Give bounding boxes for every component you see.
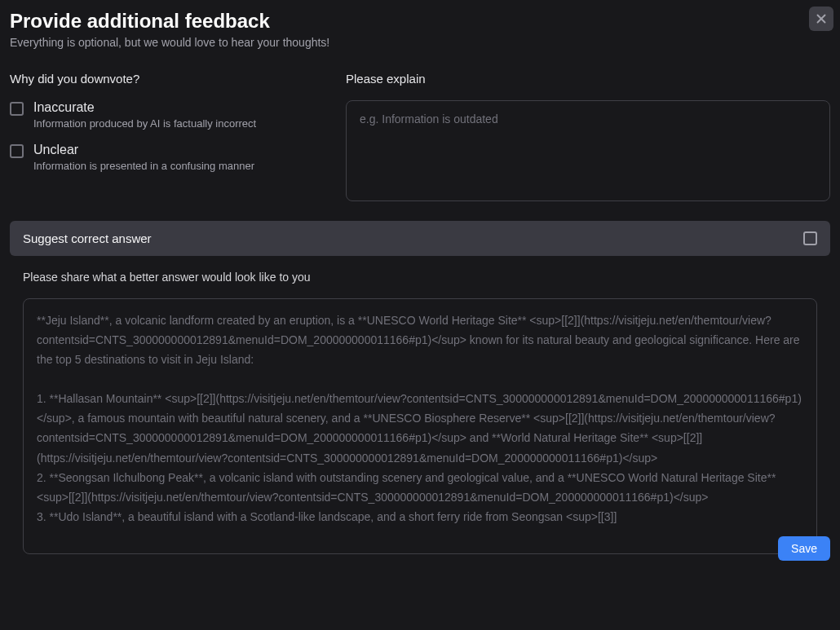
checkbox-content: Unclear Information is presented in a co… — [33, 143, 254, 172]
explain-section: Please explain — [346, 72, 830, 205]
checkbox-unclear[interactable]: Unclear Information is presented in a co… — [10, 143, 320, 172]
checkbox-box-unclear[interactable] — [10, 144, 24, 158]
checkbox-box-inaccurate[interactable] — [10, 102, 24, 116]
close-button[interactable] — [809, 7, 833, 31]
save-button[interactable]: Save — [778, 536, 830, 561]
checkbox-label: Unclear — [33, 143, 254, 157]
feedback-row: Why did you downvote? Inaccurate Informa… — [10, 72, 830, 205]
answer-textarea[interactable] — [23, 298, 817, 554]
expand-icon — [803, 231, 817, 245]
modal-title: Provide additional feedback — [10, 10, 830, 33]
explain-textarea[interactable] — [346, 100, 830, 201]
checkbox-desc: Information produced by AI is factually … — [33, 117, 256, 130]
checkbox-content: Inaccurate Information produced by AI is… — [33, 100, 256, 130]
checkbox-inaccurate[interactable]: Inaccurate Information produced by AI is… — [10, 100, 320, 130]
downvote-section: Why did you downvote? Inaccurate Informa… — [10, 72, 320, 205]
suggest-header[interactable]: Suggest correct answer — [10, 221, 830, 256]
checkbox-desc: Information is presented in a confusing … — [33, 160, 254, 172]
checkbox-label: Inaccurate — [33, 100, 256, 115]
suggest-title: Suggest correct answer — [23, 231, 152, 245]
downvote-question: Why did you downvote? — [10, 72, 320, 86]
explain-label: Please explain — [346, 72, 830, 86]
modal-subtitle: Everything is optional, but we would lov… — [10, 36, 830, 49]
close-icon — [814, 11, 829, 26]
feedback-modal: Provide additional feedback Everything i… — [0, 0, 840, 567]
footer: Save — [778, 536, 830, 561]
checkbox-group: Inaccurate Information produced by AI is… — [10, 100, 320, 172]
suggest-description: Please share what a better answer would … — [10, 271, 830, 284]
